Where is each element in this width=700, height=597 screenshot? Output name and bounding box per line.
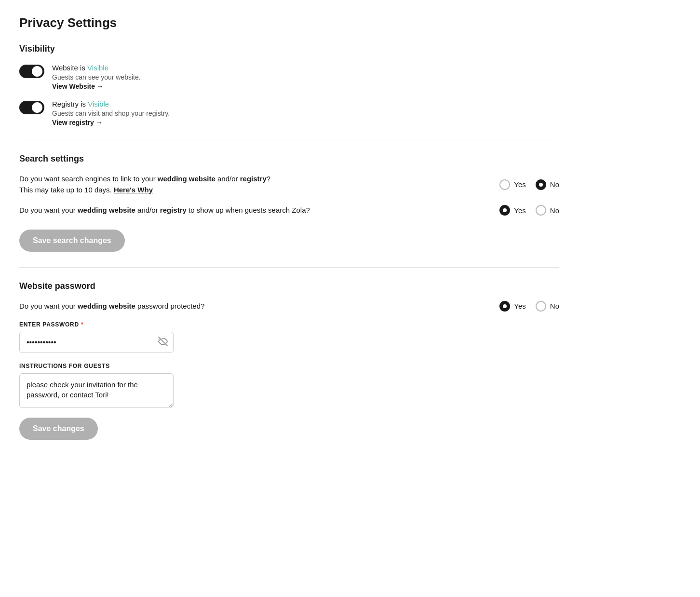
website-toggle[interactable]	[19, 65, 44, 78]
password-radio-options: Yes No	[499, 301, 559, 312]
search-q2-no-circle	[536, 205, 546, 216]
search-question-2-text: Do you want your wedding website and/or …	[19, 205, 310, 216]
search-q1-radio-options: Yes No	[499, 179, 559, 190]
registry-toggle-info: Registry is Visible Guests can visit and…	[52, 100, 170, 126]
search-q1-no-circle	[536, 179, 546, 190]
password-yes-label: Yes	[514, 302, 525, 310]
registry-toggle-row: Registry is Visible Guests can visit and…	[19, 100, 559, 126]
registry-toggle-label: Registry is Visible	[52, 100, 170, 108]
website-password-title: Website password	[19, 281, 559, 291]
search-q1-no-option[interactable]: No	[536, 179, 559, 190]
website-toggle-sub: Guests can see your website.	[52, 73, 141, 81]
instructions-field-label: INSTRUCTIONS FOR GUESTS	[19, 363, 559, 369]
save-changes-button[interactable]: Save changes	[19, 418, 98, 440]
registry-toggle-sub: Guests can visit and shop your registry.	[52, 109, 170, 117]
website-visibility-status: Visible	[87, 64, 108, 72]
password-field-label: ENTER PASSWORD *	[19, 321, 559, 328]
website-toggle-row: Website is Visible Guests can see your w…	[19, 64, 559, 90]
registry-visibility-status: Visible	[88, 100, 109, 108]
search-q2-radio-options: Yes No	[499, 205, 559, 216]
heres-why-link[interactable]: Here's Why	[114, 186, 153, 194]
search-settings-title: Search settings	[19, 154, 559, 164]
search-question-1-text: Do you want search engines to link to yo…	[19, 174, 270, 195]
instructions-textarea[interactable]: please check your invitation for the pas…	[19, 373, 174, 408]
search-q1-yes-circle	[499, 179, 510, 190]
divider-1	[19, 140, 559, 140]
password-yes-option[interactable]: Yes	[499, 301, 525, 312]
password-no-option[interactable]: No	[536, 301, 559, 312]
save-search-changes-button[interactable]: Save search changes	[19, 230, 125, 252]
website-toggle-info: Website is Visible Guests can see your w…	[52, 64, 141, 90]
website-password-section: Website password Do you want your weddin…	[19, 281, 559, 442]
search-question-1-row: Do you want search engines to link to yo…	[19, 174, 559, 195]
search-q1-no-label: No	[550, 180, 559, 189]
view-registry-link[interactable]: View registry →	[52, 119, 170, 126]
password-input[interactable]	[19, 332, 174, 353]
password-question-text: Do you want your wedding website passwor…	[19, 301, 204, 312]
page-title: Privacy Settings	[19, 15, 559, 30]
search-q2-no-label: No	[550, 206, 559, 215]
divider-2	[19, 267, 559, 268]
eye-off-icon[interactable]	[158, 337, 168, 348]
search-q2-yes-label: Yes	[514, 206, 525, 215]
search-q2-yes-circle	[499, 205, 510, 216]
search-q2-no-option[interactable]: No	[536, 205, 559, 216]
search-q2-yes-option[interactable]: Yes	[499, 205, 525, 216]
password-input-wrapper	[19, 332, 174, 353]
view-website-link[interactable]: View Website →	[52, 82, 141, 90]
search-question-2-row: Do you want your wedding website and/or …	[19, 205, 559, 216]
password-no-label: No	[550, 302, 559, 310]
password-no-circle	[536, 301, 546, 312]
website-toggle-label: Website is Visible	[52, 64, 141, 72]
visibility-section-title: Visibility	[19, 44, 559, 54]
search-settings-section: Search settings Do you want search engin…	[19, 154, 559, 254]
password-question-row: Do you want your wedding website passwor…	[19, 301, 559, 312]
registry-toggle[interactable]	[19, 101, 44, 114]
search-q1-yes-option[interactable]: Yes	[499, 179, 525, 190]
visibility-section: Visibility Website is Visible Guests can…	[19, 44, 559, 126]
required-star: *	[81, 321, 83, 328]
password-yes-circle	[499, 301, 510, 312]
search-q1-yes-label: Yes	[514, 180, 525, 189]
